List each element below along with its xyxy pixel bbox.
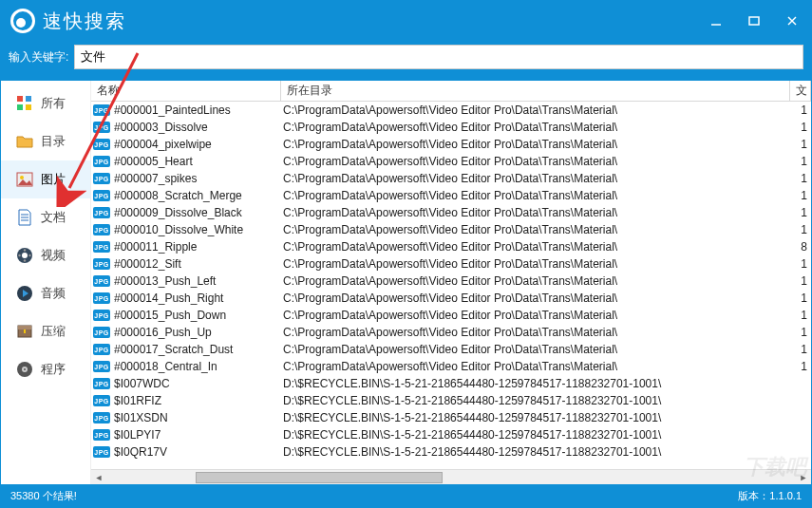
- column-header-name[interactable]: 名称: [91, 81, 281, 101]
- file-dir: C:\ProgramData\Apowersoft\Video Editor P…: [283, 103, 794, 117]
- result-row[interactable]: JPG#000014_Push_RightC:\ProgramData\Apow…: [91, 290, 811, 307]
- file-name: #000012_Sift: [114, 257, 283, 271]
- sidebar-item-label: 程序: [41, 361, 66, 378]
- scroll-left-icon[interactable]: ◄: [91, 470, 106, 485]
- sidebar: 所有目录图片文档视频音频压缩程序: [1, 81, 91, 484]
- title-bar: 速快搜索: [1, 1, 811, 41]
- filetype-badge: JPG: [93, 292, 110, 304]
- filetype-badge: JPG: [93, 258, 110, 270]
- sidebar-item-prog[interactable]: 程序: [1, 350, 90, 388]
- result-row[interactable]: JPG#000005_HeartC:\ProgramData\Apowersof…: [91, 153, 811, 170]
- archive-icon: [16, 323, 33, 340]
- svg-rect-7: [26, 104, 31, 110]
- result-row[interactable]: JPG$I0QR17VD:\$RECYCLE.BIN\S-1-5-21-2186…: [91, 443, 811, 461]
- file-extra: 1: [794, 309, 811, 322]
- result-row[interactable]: JPG$I007WDCD:\$RECYCLE.BIN\S-1-5-21-2186…: [91, 375, 811, 392]
- result-row[interactable]: JPG#000008_Scratch_MergeC:\ProgramData\A…: [91, 187, 811, 204]
- file-name: $I0LPYI7: [114, 428, 283, 442]
- file-extra: 1: [794, 103, 811, 117]
- file-extra: 1: [794, 292, 811, 305]
- result-row[interactable]: JPG#000013_Push_LeftC:\ProgramData\Apowe…: [91, 273, 811, 290]
- file-extra: 1: [794, 257, 811, 271]
- sidebar-item-video[interactable]: 视频: [1, 236, 90, 274]
- svg-point-15: [28, 254, 30, 256]
- file-dir: D:\$RECYCLE.BIN\S-1-5-21-2186544480-1259…: [283, 411, 794, 424]
- file-dir: C:\ProgramData\Apowersoft\Video Editor P…: [283, 360, 794, 373]
- sidebar-item-audio[interactable]: 音频: [1, 274, 90, 312]
- version-label: 版本：: [738, 489, 769, 503]
- maximize-button[interactable]: [735, 7, 773, 35]
- filetype-badge: JPG: [93, 122, 110, 133]
- column-header-ext[interactable]: 文: [790, 81, 811, 101]
- search-input[interactable]: [74, 45, 803, 69]
- scroll-thumb[interactable]: [196, 472, 443, 483]
- filetype-badge: JPG: [93, 207, 110, 218]
- close-button[interactable]: [773, 7, 811, 35]
- file-extra: 1: [794, 206, 811, 219]
- result-row[interactable]: JPG$I01XSDND:\$RECYCLE.BIN\S-1-5-21-2186…: [91, 409, 811, 426]
- scroll-right-icon[interactable]: ►: [796, 470, 811, 485]
- result-row[interactable]: JPG#000012_SiftC:\ProgramData\Apowersoft…: [91, 255, 811, 273]
- filetype-badge: JPG: [93, 275, 110, 287]
- file-name: $I007WDC: [114, 377, 283, 390]
- sidebar-item-zip[interactable]: 压缩: [1, 312, 90, 350]
- sidebar-item-image[interactable]: 图片: [1, 160, 90, 198]
- minimize-button[interactable]: [697, 7, 735, 35]
- file-name: #000003_Dissolve: [114, 121, 283, 134]
- result-row[interactable]: JPG#000015_Push_DownC:\ProgramData\Apowe…: [91, 307, 811, 324]
- result-row[interactable]: JPG$I0LPYI7D:\$RECYCLE.BIN\S-1-5-21-2186…: [91, 426, 811, 443]
- results-list: JPG#000001_PaintedLinesC:\ProgramData\Ap…: [91, 102, 811, 469]
- file-name: #000016_Push_Up: [114, 326, 283, 339]
- filetype-badge: JPG: [93, 395, 110, 406]
- filetype-badge: JPG: [93, 190, 110, 201]
- file-name: #000011_Ripple: [114, 240, 283, 254]
- file-dir: C:\ProgramData\Apowersoft\Video Editor P…: [283, 189, 794, 202]
- result-row[interactable]: JPG#000016_Push_UpC:\ProgramData\Apowers…: [91, 324, 811, 341]
- sidebar-item-label: 文档: [41, 209, 66, 226]
- svg-rect-5: [26, 96, 31, 102]
- result-row[interactable]: JPG#000011_RippleC:\ProgramData\Apowerso…: [91, 238, 811, 255]
- file-extra: 1: [794, 274, 811, 288]
- column-header-dir[interactable]: 所在目录: [281, 81, 790, 101]
- file-dir: D:\$RECYCLE.BIN\S-1-5-21-2186544480-1259…: [283, 377, 794, 390]
- audio-icon: [16, 285, 33, 302]
- svg-point-14: [18, 254, 20, 256]
- filetype-badge: JPG: [93, 310, 110, 321]
- sidebar-item-doc[interactable]: 文档: [1, 198, 90, 236]
- result-row[interactable]: JPG$I01RFIZD:\$RECYCLE.BIN\S-1-5-21-2186…: [91, 392, 811, 409]
- sidebar-item-all[interactable]: 所有: [1, 85, 90, 122]
- file-name: #000017_Scratch_Dust: [114, 343, 283, 356]
- svg-point-23: [24, 368, 26, 370]
- file-dir: C:\ProgramData\Apowersoft\Video Editor P…: [283, 223, 794, 236]
- file-name: #000018_Central_In: [114, 360, 283, 373]
- file-name: #000009_Dissolve_Black: [114, 206, 283, 219]
- sidebar-item-label: 目录: [41, 133, 66, 150]
- file-extra: 1: [794, 343, 811, 356]
- app-logo-icon: [10, 9, 35, 33]
- file-dir: C:\ProgramData\Apowersoft\Video Editor P…: [283, 309, 794, 322]
- result-count: 35380 个结果!: [10, 489, 77, 503]
- filetype-badge: JPG: [93, 327, 110, 338]
- file-dir: C:\ProgramData\Apowersoft\Video Editor P…: [283, 155, 794, 168]
- file-dir: C:\ProgramData\Apowersoft\Video Editor P…: [283, 240, 794, 254]
- file-name: #000010_Dissolve_White: [114, 223, 283, 236]
- result-row[interactable]: JPG#000010_Dissolve_WhiteC:\ProgramData\…: [91, 221, 811, 238]
- file-extra: 1: [794, 326, 811, 339]
- file-dir: C:\ProgramData\Apowersoft\Video Editor P…: [283, 138, 794, 151]
- result-row[interactable]: JPG#000018_Central_InC:\ProgramData\Apow…: [91, 358, 811, 375]
- filetype-badge: JPG: [93, 446, 110, 458]
- result-row[interactable]: JPG#000003_DissolveC:\ProgramData\Apower…: [91, 119, 811, 136]
- sidebar-item-label: 图片: [41, 171, 66, 188]
- svg-rect-4: [17, 96, 23, 102]
- svg-point-9: [20, 176, 24, 179]
- sidebar-item-label: 视频: [41, 247, 66, 264]
- result-row[interactable]: JPG#000007_spikesC:\ProgramData\Apowerso…: [91, 170, 811, 187]
- sidebar-item-dir[interactable]: 目录: [1, 122, 90, 160]
- result-row[interactable]: JPG#000017_Scratch_DustC:\ProgramData\Ap…: [91, 341, 811, 358]
- result-row[interactable]: JPG#000004_pixelwipeC:\ProgramData\Apowe…: [91, 136, 811, 153]
- horizontal-scrollbar[interactable]: ◄ ►: [91, 469, 811, 484]
- video-icon: [16, 247, 33, 264]
- result-row[interactable]: JPG#000001_PaintedLinesC:\ProgramData\Ap…: [91, 102, 811, 119]
- result-row[interactable]: JPG#000009_Dissolve_BlackC:\ProgramData\…: [91, 204, 811, 221]
- file-dir: C:\ProgramData\Apowersoft\Video Editor P…: [283, 292, 794, 305]
